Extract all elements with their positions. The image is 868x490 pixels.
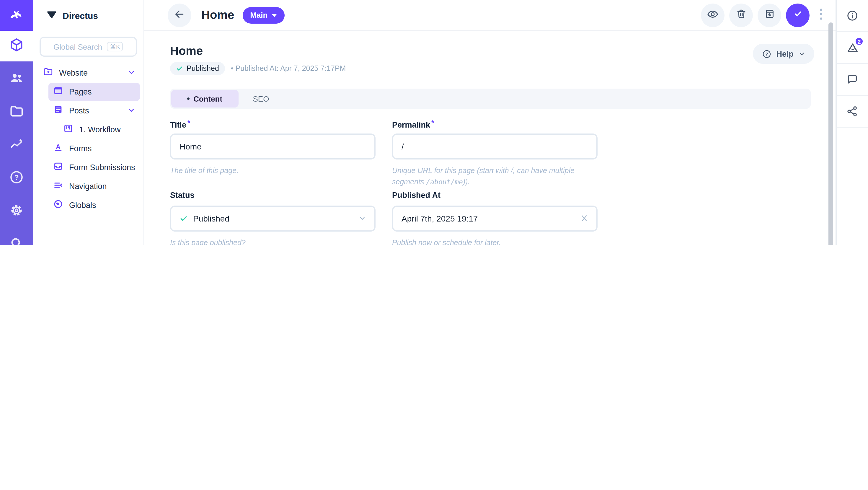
permalink-note: Unique URL for this page (start with /, … (392, 165, 597, 188)
page-header: Home Main (144, 0, 836, 31)
sidebar-item-label: Posts (69, 106, 89, 115)
page-title: Home (170, 44, 836, 59)
required-marker: * (187, 119, 190, 127)
folder-special-icon (43, 67, 53, 79)
module-docs[interactable]: ? (0, 162, 33, 195)
inbox-icon (53, 161, 63, 174)
module-search[interactable] (0, 228, 33, 245)
published-at-input[interactable]: April 7th, 2025 19:17 (392, 205, 597, 231)
sidebar-revisions-button[interactable]: 2 (837, 32, 868, 64)
global-search-input[interactable]: Global Search ⌘K (39, 37, 137, 57)
close-icon (581, 214, 588, 222)
header-title: Home (202, 8, 234, 22)
save-button[interactable] (786, 3, 810, 27)
sidebar-comments-button[interactable] (837, 64, 868, 96)
page-form: Title* Home The title of this page. Perm… (170, 119, 597, 245)
status-field: Status Published Is this page published? (170, 190, 376, 245)
sidebar-item-forms[interactable]: A Forms (33, 140, 144, 158)
info-icon (846, 9, 859, 22)
permalink-input[interactable]: / (392, 133, 597, 159)
required-marker: * (431, 119, 434, 127)
module-files[interactable] (0, 96, 33, 129)
more-options-button[interactable] (814, 3, 827, 27)
comment-bubble-icon (846, 73, 859, 86)
archive-box-icon (764, 8, 775, 22)
help-label: Help (776, 49, 794, 58)
published-at-field: Published At April 7th, 2025 19:17 Publi… (392, 190, 597, 245)
sidebar-item-label: 1. Workflow (79, 125, 121, 134)
status-note: Is this page published? (170, 237, 376, 245)
status-badge: Published (170, 62, 225, 75)
search-icon (9, 236, 24, 245)
sidebar-item-globals[interactable]: Globals (33, 196, 144, 214)
chevron-down-icon[interactable] (128, 105, 135, 116)
status-badge-label: Published (187, 64, 219, 73)
chevron-down-icon[interactable] (128, 68, 135, 78)
share-icon (846, 105, 859, 118)
sidebar-item-form-submissions[interactable]: Form Submissions (33, 158, 144, 177)
module-settings[interactable] (0, 195, 33, 228)
gear-icon (9, 203, 24, 220)
main-panel: Home Main (144, 0, 836, 245)
project-name: Directus (63, 10, 98, 20)
users-icon (9, 70, 24, 88)
svg-text:?: ? (765, 51, 768, 56)
chevron-down-icon (359, 214, 366, 222)
letter-a-underline-icon: A (53, 142, 63, 155)
clear-date-button[interactable] (581, 214, 588, 222)
eye-icon (707, 8, 719, 22)
globe-icon (53, 199, 63, 212)
sidebar-item-workflow[interactable]: 1. Workflow (33, 121, 144, 139)
help-dropdown[interactable]: ? Help (752, 44, 814, 64)
sidebar-item-navigation[interactable]: Navigation (33, 177, 144, 195)
directus-app: ? (0, 0, 868, 245)
version-dropdown[interactable]: Main (242, 7, 285, 23)
project-header[interactable]: Directus (33, 0, 144, 31)
menu-open-icon (53, 180, 63, 192)
status-select[interactable]: Published (170, 205, 376, 231)
published-meta: • Published At: Apr 7, 2025 7:17PM (231, 64, 346, 73)
search-placeholder: Global Search (54, 42, 102, 51)
sidebar-item-label: Form Submissions (69, 163, 135, 172)
module-insights[interactable] (0, 129, 33, 162)
help-circle-icon: ? (9, 170, 24, 187)
sidebar-info-button[interactable] (837, 0, 868, 32)
permalink-label: Permalink* (392, 119, 597, 129)
svg-text:?: ? (14, 173, 19, 181)
scrollbar-thumb[interactable] (829, 23, 833, 245)
sidebar-item-posts[interactable]: Posts (33, 101, 144, 120)
tab-content[interactable]: Content (171, 90, 239, 108)
edited-dot (187, 97, 190, 100)
preview-button[interactable] (701, 3, 724, 27)
directus-rabbit-icon (8, 5, 25, 25)
nav-sidebar: Directus Global Search ⌘K Website P (33, 0, 144, 245)
right-sidebar: 2 (836, 0, 868, 245)
delete-button[interactable] (729, 3, 753, 27)
module-users[interactable] (0, 63, 33, 96)
article-icon (53, 104, 63, 117)
check-icon (792, 8, 803, 22)
notification-count-badge: 2 (855, 37, 864, 46)
sidebar-share-button[interactable] (837, 96, 868, 128)
module-content[interactable] (0, 31, 33, 61)
directus-logo-button[interactable] (0, 0, 33, 31)
tab-seo[interactable]: SEO (239, 90, 283, 108)
title-label: Title* (170, 119, 376, 129)
sidebar-item-website[interactable]: Website (33, 64, 144, 82)
back-button[interactable] (168, 3, 191, 27)
archive-button[interactable] (757, 3, 781, 27)
sidebar-item-label: Forms (69, 144, 92, 153)
content-cube-icon (9, 37, 24, 55)
title-input[interactable]: Home (170, 133, 376, 159)
published-at-label: Published At (392, 190, 597, 201)
folder-icon (9, 103, 24, 121)
sidebar-item-label: Globals (69, 201, 96, 210)
title-note: The title of this page. (170, 165, 376, 177)
kanban-board-icon (63, 123, 73, 136)
page-content: Home Published • Published At: Apr 7, 20… (144, 31, 836, 245)
sidebar-item-pages[interactable]: Pages (49, 83, 140, 101)
sidebar-item-label: Website (59, 68, 88, 78)
permalink-field: Permalink* / Unique URL for this page (s… (392, 119, 597, 188)
more-vertical-icon (819, 8, 822, 22)
sidebar-item-label: Pages (69, 87, 92, 96)
